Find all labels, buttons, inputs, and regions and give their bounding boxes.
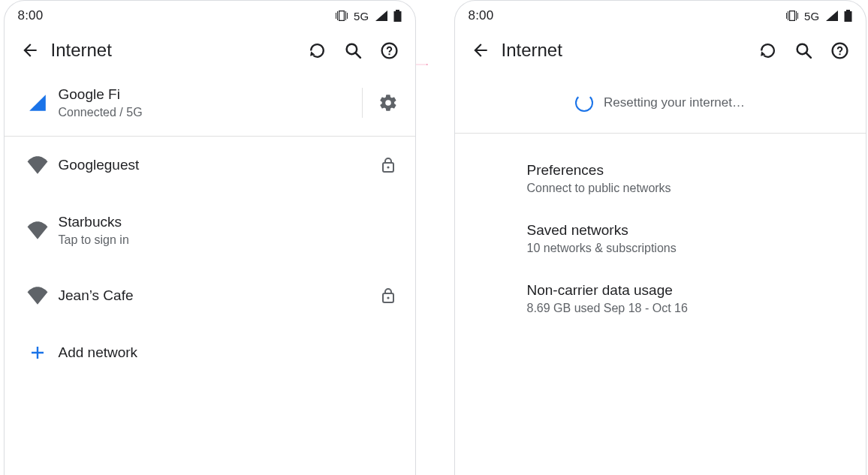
add-network-row[interactable]: Add network — [5, 324, 415, 381]
status-time: 8:00 — [18, 8, 44, 23]
wifi-name: Jean’s Cafe — [59, 287, 373, 304]
status-bar: 8:00 5G — [5, 1, 415, 28]
wifi-network-row[interactable]: Jean’s Cafe — [5, 267, 415, 324]
app-bar: Internet — [455, 28, 866, 73]
help-icon — [380, 41, 399, 60]
wifi-icon — [27, 221, 48, 239]
app-bar: Internet — [5, 28, 415, 73]
data-usage-row[interactable]: Non-carrier data usage 8.69 GB used Sep … — [509, 269, 848, 329]
arrow-back-icon — [20, 41, 40, 60]
spinner-icon — [575, 94, 593, 112]
reset-button[interactable] — [300, 32, 336, 68]
search-icon — [794, 41, 813, 60]
pref-title: Preferences — [527, 162, 830, 179]
preferences-row[interactable]: Preferences Connect to public networks — [509, 149, 848, 209]
status-time: 8:00 — [469, 8, 494, 23]
carrier-status: Connected / 5G — [59, 106, 143, 119]
resetting-label: Resetting your internet… — [604, 95, 745, 110]
status-net-label: 5G — [354, 10, 369, 23]
svg-line-3 — [356, 53, 360, 57]
resetting-banner: Resetting your internet… — [455, 73, 866, 133]
svg-marker-1 — [426, 64, 428, 65]
help-button[interactable] — [372, 32, 408, 68]
search-button[interactable] — [336, 32, 372, 68]
lock-icon — [381, 287, 396, 304]
signal-icon — [375, 10, 388, 22]
gear-icon — [378, 93, 398, 113]
pref-sub: 8.69 GB used Sep 18 - Oct 16 — [527, 302, 830, 315]
lock-icon — [381, 157, 396, 173]
phone-screen-before: 8:00 5G Internet Google Fi Connected / — [4, 0, 416, 475]
wifi-icon — [27, 287, 48, 305]
carrier-name: Google Fi — [59, 86, 143, 103]
status-net-label: 5G — [804, 10, 819, 23]
back-button[interactable] — [463, 32, 499, 68]
wifi-network-row[interactable]: Starbucks Tap to sign in — [5, 194, 415, 267]
vibrate-icon — [335, 10, 348, 22]
status-bar: 8:00 5G — [455, 1, 866, 28]
battery-icon — [393, 10, 402, 22]
help-button[interactable] — [822, 32, 858, 68]
divider-vertical — [362, 88, 363, 118]
reset-icon — [758, 41, 777, 60]
reset-button[interactable] — [750, 32, 786, 68]
help-icon — [830, 41, 849, 60]
battery-icon — [844, 10, 852, 22]
svg-point-11 — [833, 43, 848, 58]
pref-title: Non-carrier data usage — [527, 282, 830, 299]
add-network-label: Add network — [59, 344, 403, 361]
phone-screen-after: 8:00 5G Internet Resetting your internet… — [454, 0, 866, 475]
svg-point-6 — [387, 166, 389, 168]
back-button[interactable] — [12, 32, 48, 68]
pref-sub: Connect to public networks — [527, 182, 830, 195]
carrier-row[interactable]: Google Fi Connected / 5G — [5, 73, 415, 136]
page-title: Internet — [502, 40, 562, 61]
saved-networks-row[interactable]: Saved networks 10 networks & subscriptio… — [509, 209, 848, 269]
wifi-name: Starbucks — [59, 214, 373, 230]
pref-sub: 10 networks & subscriptions — [527, 242, 830, 255]
plus-icon — [29, 344, 47, 362]
vibrate-icon — [785, 10, 799, 22]
wifi-network-row[interactable]: Googleguest — [5, 137, 415, 194]
wifi-name: Googleguest — [59, 157, 373, 173]
wifi-icon — [27, 156, 48, 174]
arrow-back-icon — [471, 41, 490, 60]
svg-point-8 — [387, 296, 389, 299]
wifi-sub: Tap to sign in — [59, 233, 373, 247]
reset-icon — [308, 41, 327, 60]
svg-line-10 — [806, 53, 811, 57]
search-icon — [344, 41, 363, 60]
search-button[interactable] — [786, 32, 822, 68]
svg-point-4 — [382, 43, 397, 58]
cellular-signal-icon — [28, 93, 47, 113]
pref-title: Saved networks — [527, 222, 830, 239]
carrier-settings-button[interactable] — [373, 88, 403, 118]
page-title: Internet — [51, 40, 112, 61]
signal-icon — [825, 10, 839, 22]
